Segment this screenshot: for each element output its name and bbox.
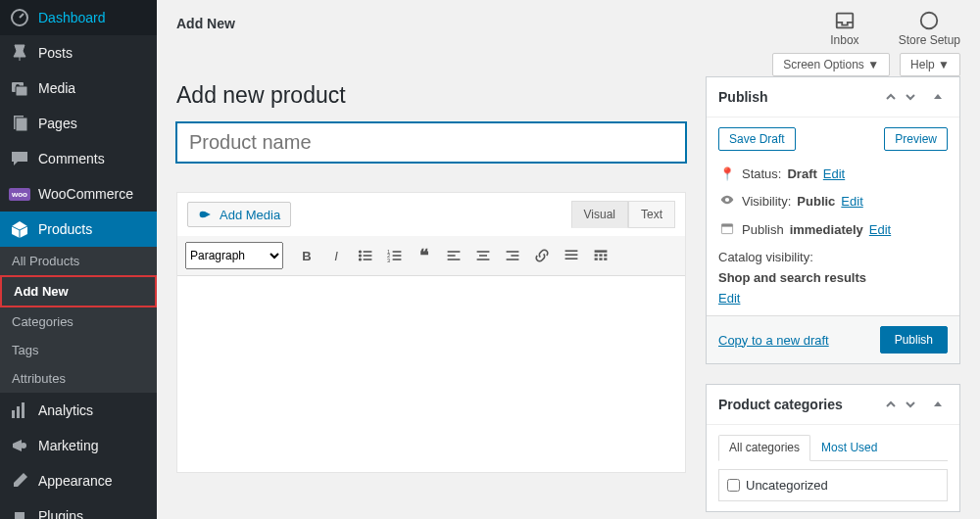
help-button[interactable]: Help ▼ — [900, 53, 960, 76]
svg-rect-26 — [448, 259, 461, 260]
product-title-input[interactable] — [176, 122, 686, 163]
svg-point-12 — [359, 250, 362, 253]
edit-publish-date-link[interactable]: Edit — [869, 222, 891, 237]
svg-point-8 — [21, 443, 26, 448]
format-select[interactable]: Paragraph — [185, 242, 283, 269]
svg-rect-34 — [565, 254, 578, 256]
publish-label: Publish — [742, 222, 784, 237]
svg-text:3: 3 — [387, 258, 390, 263]
sidebar-item-appearance[interactable]: Appearance — [0, 463, 157, 498]
copy-draft-link[interactable]: Copy to a new draft — [718, 333, 829, 348]
edit-status-link[interactable]: Edit — [823, 166, 845, 181]
category-label: Uncategorized — [746, 478, 828, 493]
sidebar-item-posts[interactable]: Posts — [0, 35, 157, 71]
toolbar-toggle-button[interactable] — [587, 242, 614, 269]
media-icon — [198, 207, 214, 222]
svg-rect-25 — [448, 255, 456, 257]
sidebar-item-analytics[interactable]: Analytics — [0, 393, 157, 428]
italic-button[interactable]: I — [322, 242, 350, 269]
sidebar-label: Comments — [38, 151, 105, 166]
analytics-icon — [10, 401, 29, 420]
sidebar-item-products[interactable]: Products — [0, 212, 157, 247]
publish-value: immediately — [790, 222, 863, 237]
publish-button[interactable]: Publish — [880, 326, 948, 354]
toggle-panel-button[interactable] — [928, 87, 948, 107]
sidebar-item-pages[interactable]: Pages — [0, 106, 157, 141]
svg-rect-2 — [16, 86, 27, 96]
sidebar-label: Analytics — [38, 402, 93, 418]
svg-rect-32 — [507, 259, 519, 260]
status-value: Draft — [787, 166, 816, 181]
move-up-button[interactable] — [881, 395, 901, 414]
bullet-list-button[interactable] — [352, 242, 379, 269]
sidebar-label: Appearance — [38, 473, 113, 489]
inbox-icon — [834, 10, 856, 31]
svg-rect-19 — [393, 251, 402, 253]
cat-tab-all[interactable]: All categories — [718, 435, 810, 461]
screen-options-button[interactable]: Screen Options ▼ — [772, 53, 890, 76]
svg-rect-45 — [721, 224, 732, 227]
top-bar: Add New Inbox Store Setup — [157, 0, 980, 47]
link-icon — [534, 248, 550, 263]
number-list-button[interactable]: 123 — [381, 242, 409, 269]
page-heading: Add new product — [176, 82, 686, 109]
comment-icon — [10, 149, 29, 168]
align-right-button[interactable] — [499, 242, 526, 269]
sidebar-item-plugins[interactable]: Plugins — [0, 498, 157, 519]
svg-point-14 — [359, 254, 362, 257]
eye-icon — [718, 193, 736, 210]
sidebar-label: Marketing — [38, 438, 98, 453]
list-ol-icon: 123 — [387, 248, 403, 263]
sidebar-item-media[interactable]: Media — [0, 71, 157, 106]
inbox-button[interactable]: Inbox — [830, 10, 858, 47]
editor-tab-text[interactable]: Text — [628, 201, 675, 228]
add-media-button[interactable]: Add Media — [187, 202, 291, 227]
cat-tab-most-used[interactable]: Most Used — [810, 435, 888, 460]
editor-canvas[interactable] — [177, 276, 685, 472]
page-title-small: Add New — [176, 10, 235, 31]
move-up-button[interactable] — [881, 87, 901, 107]
sidebar-item-woocommerce[interactable]: woo WooCommerce — [0, 176, 157, 212]
sidebar-item-marketing[interactable]: Marketing — [0, 428, 157, 463]
submenu-add-new[interactable]: Add New — [0, 275, 157, 307]
move-down-button[interactable] — [901, 395, 920, 414]
sidebar-item-dashboard[interactable]: Dashboard — [0, 0, 157, 35]
align-center-button[interactable] — [469, 242, 497, 269]
admin-sidebar: Dashboard Posts Media Pages Comments woo… — [0, 0, 157, 519]
editor-tab-visual[interactable]: Visual — [571, 201, 628, 228]
preview-button[interactable]: Preview — [884, 127, 948, 151]
plug-icon — [10, 506, 29, 519]
svg-rect-38 — [599, 254, 602, 256]
category-item[interactable]: Uncategorized — [727, 478, 939, 493]
submenu-categories[interactable]: Categories — [0, 307, 157, 336]
bold-button[interactable]: B — [293, 242, 320, 269]
quote-button[interactable]: ❝ — [411, 242, 438, 269]
edit-catalog-link[interactable]: Edit — [718, 291, 740, 306]
editor-toolbar: Paragraph B I 123 ❝ — [177, 236, 685, 276]
submenu-tags[interactable]: Tags — [0, 336, 157, 364]
dashboard-icon — [10, 8, 29, 27]
svg-rect-23 — [393, 259, 402, 260]
align-left-button[interactable] — [440, 242, 467, 269]
category-checkbox[interactable] — [727, 479, 740, 492]
sidebar-submenu: All Products Add New Categories Tags Att… — [0, 247, 157, 393]
move-down-button[interactable] — [901, 87, 920, 107]
categories-heading: Product categories — [718, 397, 881, 412]
edit-visibility-link[interactable]: Edit — [841, 194, 862, 209]
svg-rect-37 — [595, 254, 598, 256]
store-setup-button[interactable]: Store Setup — [899, 10, 960, 47]
list-ul-icon — [358, 248, 373, 263]
toolbar-toggle-icon — [593, 248, 609, 263]
toggle-panel-button[interactable] — [928, 395, 948, 414]
save-draft-button[interactable]: Save Draft — [718, 127, 796, 151]
svg-rect-41 — [599, 258, 602, 260]
svg-rect-27 — [477, 251, 490, 253]
submenu-all-products[interactable]: All Products — [0, 247, 157, 275]
catalog-value: Shop and search results — [718, 270, 866, 285]
link-button[interactable] — [528, 242, 556, 269]
more-button[interactable] — [558, 242, 585, 269]
submenu-attributes[interactable]: Attributes — [0, 364, 157, 393]
sidebar-item-comments[interactable]: Comments — [0, 141, 157, 176]
publish-heading: Publish — [718, 89, 881, 105]
page-icon — [10, 114, 29, 133]
